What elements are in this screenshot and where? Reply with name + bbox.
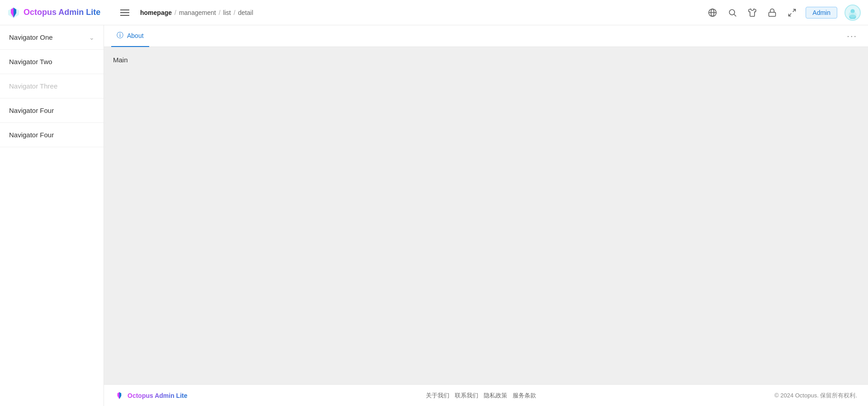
header-center: homepage / management / list / detail [111,8,706,18]
hamburger-button[interactable] [118,8,131,18]
breadcrumb-sep-3: / [234,9,236,16]
svg-point-5 [730,9,735,15]
footer-logo-text: Octopus Admin Lite [127,392,187,399]
breadcrumb-list[interactable]: list [223,9,231,16]
footer-logo: Octopus Admin Lite [115,391,187,400]
footer-link-privacy[interactable]: 隐私政策 [484,392,507,400]
footer-link-contact[interactable]: 联系我们 [455,392,478,400]
lock-icon[interactable] [766,6,778,19]
search-icon[interactable] [726,6,739,19]
footer-copyright: © 2024 Octopus. 保留所有权利. [774,392,857,400]
sidebar-item-label: Navigator Three [9,82,57,90]
footer-links: 关于我们 联系我们 隐私政策 服务条款 [426,392,536,400]
tshirt-icon[interactable] [746,6,759,19]
footer: Octopus Admin Lite 关于我们 联系我们 隐私政策 服务条款 ©… [104,384,868,406]
footer-link-about[interactable]: 关于我们 [426,392,449,400]
tab-more-button[interactable]: ··· [843,29,861,43]
svg-line-6 [734,14,736,16]
avatar[interactable] [844,5,861,21]
info-icon: ⓘ [117,31,123,40]
breadcrumb: homepage / management / list / detail [140,9,253,16]
breadcrumb-sep-1: / [175,9,176,16]
svg-rect-7 [769,12,776,16]
sidebar-item-navigator-two[interactable]: Navigator Two [0,50,104,74]
logo-area: Octopus Admin Lite [7,6,111,19]
tab-bar: ⓘ About ··· [104,25,868,47]
tab-label: About [127,32,144,39]
tab-about[interactable]: ⓘ About [111,25,149,47]
admin-button[interactable]: Admin [806,7,837,19]
content-area: ⓘ About ··· Main Octopus Admin Lite 关于我们… [104,25,868,406]
top-header: Octopus Admin Lite homepage / management… [0,0,868,25]
sidebar-item-label: Navigator One [9,33,53,41]
fullscreen-icon[interactable] [786,6,798,19]
chevron-down-icon: ⌄ [89,34,94,41]
sidebar-item-label: Navigator Two [9,58,52,65]
sidebar-item-navigator-three: Navigator Three [0,74,104,98]
svg-line-8 [793,9,796,12]
sidebar-item-label: Navigator Four [9,131,54,139]
main-title: Main [113,56,128,64]
sidebar: Navigator One ⌄ Navigator Two Navigator … [0,25,104,406]
header-right: Admin [706,5,861,21]
footer-logo-icon [115,391,124,400]
main-layout: Navigator One ⌄ Navigator Two Navigator … [0,25,868,406]
breadcrumb-detail[interactable]: detail [238,9,253,16]
app-title: Octopus Admin Lite [24,8,100,17]
logo-icon [7,6,20,19]
globe-icon[interactable] [706,6,719,19]
svg-line-9 [789,13,792,16]
sidebar-item-navigator-four-b[interactable]: Navigator Four [0,123,104,147]
main-content: Main [104,47,868,384]
sidebar-item-navigator-four-a[interactable]: Navigator Four [0,98,104,123]
footer-link-terms[interactable]: 服务条款 [513,392,536,400]
sidebar-item-navigator-one[interactable]: Navigator One ⌄ [0,25,104,50]
breadcrumb-current[interactable]: homepage [140,9,172,16]
breadcrumb-sep-2: / [219,9,221,16]
sidebar-item-label: Navigator Four [9,107,54,114]
breadcrumb-management[interactable]: management [179,9,216,16]
